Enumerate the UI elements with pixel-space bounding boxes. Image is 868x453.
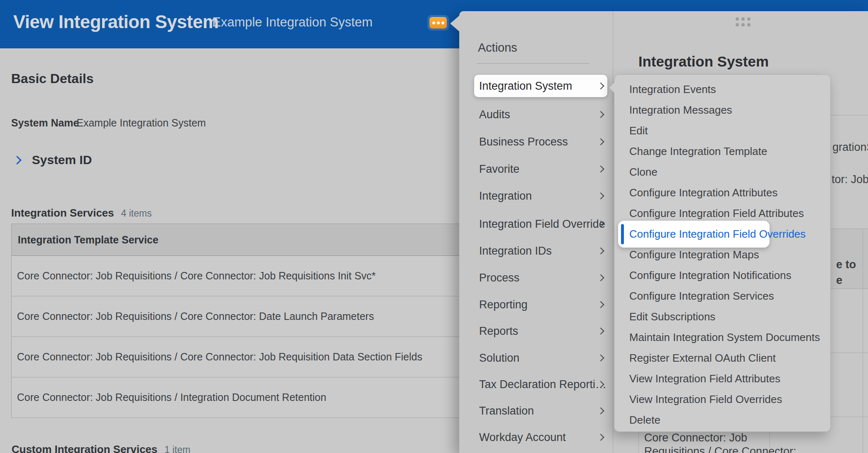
chevron-right-icon <box>597 408 604 415</box>
submenu-item-configure-integration-field-attributes[interactable]: Configure Integration Field Attributes <box>614 203 830 224</box>
table-row: Core Connector: Job Requisitions / Core … <box>12 296 459 337</box>
chevron-right-icon <box>597 274 604 281</box>
chevron-right-icon <box>597 193 604 200</box>
submenu-item-view-integration-field-overrides[interactable]: View Integration Field Overrides <box>614 389 830 410</box>
chevron-right-icon <box>597 83 604 90</box>
chevron-right-icon <box>597 301 604 308</box>
actions-menu-item-translation[interactable]: Translation <box>474 400 607 422</box>
integration-services-count: 4 items <box>121 208 152 219</box>
submenu-item-edit-subscriptions[interactable]: Edit Subscriptions <box>614 306 830 327</box>
submenu-item-edit[interactable]: Edit <box>614 120 830 141</box>
system-name-label: System Name <box>11 117 79 129</box>
submenu-item-configure-integration-field-overrides[interactable]: Configure Integration Field Overrides <box>614 224 830 244</box>
popup-callout-arrow <box>450 16 459 31</box>
chevron-right-icon <box>597 111 604 118</box>
submenu-item-delete[interactable]: Delete <box>614 410 830 430</box>
actions-menu-title: Actions <box>478 41 517 55</box>
submenu-item-configure-integration-services[interactable]: Configure Integration Services <box>614 286 830 306</box>
submenu-item-configure-integration-maps[interactable]: Configure Integration Maps <box>614 244 830 265</box>
table-column-header: Integration Template Service <box>12 224 459 256</box>
integration-system-submenu: Integration Events Integration Messages … <box>614 74 831 432</box>
actions-menu-item-integration-ids[interactable]: Integration IDs <box>474 240 607 262</box>
preview-table-gridline <box>863 229 863 453</box>
grip-dots-icon[interactable] <box>736 17 751 26</box>
submenu-item-configure-integration-attributes[interactable]: Configure Integration Attributes <box>614 182 830 203</box>
submenu-item-integration-messages[interactable]: Integration Messages <box>614 100 830 120</box>
table-row: Core Connector: Job Requisitions / Integ… <box>12 377 459 418</box>
chevron-right-icon <box>13 155 22 164</box>
submenu-item-clone[interactable]: Clone <box>614 162 830 182</box>
preview-panel-title: Integration System <box>638 53 769 70</box>
custom-integration-services-caption: Custom Integration Services 1 item <box>12 443 190 453</box>
preview-clipped-text: grationS <box>832 141 868 154</box>
chevron-right-icon <box>597 355 604 362</box>
preview-clipped-text: e to <box>836 258 856 271</box>
actions-menu-item-favorite[interactable]: Favorite <box>474 158 607 180</box>
submenu-item-change-integration-template[interactable]: Change Integration Template <box>614 141 830 162</box>
actions-menu-item-tax-declaration-reporting[interactable]: Tax Declaration Reporti… <box>474 373 607 396</box>
actions-menu-item-reporting[interactable]: Reporting <box>474 293 607 316</box>
chevron-right-icon <box>597 248 604 255</box>
actions-menu-item-integration-field-override[interactable]: Integration Field Override <box>474 213 607 235</box>
popup-column-divider <box>613 11 613 453</box>
actions-menu-item-audits[interactable]: Audits <box>474 103 607 126</box>
custom-integration-services-count: 1 item <box>165 444 191 453</box>
chevron-right-icon <box>597 166 604 173</box>
actions-menu-item-integration[interactable]: Integration <box>474 185 607 207</box>
preview-clipped-text: tor: Job <box>832 173 868 186</box>
submenu-item-view-integration-field-attributes[interactable]: View Integration Field Attributes <box>614 368 830 389</box>
table-row: Core Connector: Job Requisitions / Core … <box>12 337 459 377</box>
actions-menu-item-business-process[interactable]: Business Process <box>474 131 607 153</box>
preview-clipped-text: e <box>836 274 842 287</box>
system-id-section-toggle[interactable]: System ID <box>14 153 92 167</box>
chevron-right-icon <box>597 138 604 145</box>
submenu-item-maintain-integration-system-documents[interactable]: Maintain Integration System Documents <box>614 327 830 348</box>
actions-menu-item-integration-system[interactable]: Integration System <box>474 75 607 97</box>
integration-services-caption: Integration Services 4 items <box>11 207 152 219</box>
submenu-item-integration-events[interactable]: Integration Events <box>614 79 830 100</box>
chevron-right-icon <box>597 434 604 441</box>
custom-integration-services-title: Custom Integration Services <box>12 443 158 453</box>
table-row: Core Connector: Job Requisitions / Core … <box>12 256 459 296</box>
chevron-right-icon <box>597 328 604 335</box>
system-id-heading: System ID <box>32 153 92 167</box>
actions-menu-divider <box>477 63 590 64</box>
actions-menu-item-solution[interactable]: Solution <box>474 347 607 369</box>
submenu-item-configure-integration-notifications[interactable]: Configure Integration Notifications <box>614 265 830 286</box>
actions-menu-item-workday-account[interactable]: Workday Account <box>474 426 607 448</box>
integration-services-table: Integration Template Service Core Connec… <box>11 224 459 418</box>
preview-table-cell: Core Connector: Job Requisitions / Core … <box>644 431 796 453</box>
integration-services-title: Integration Services <box>11 207 114 219</box>
actions-menu-item-process[interactable]: Process <box>474 267 607 289</box>
section-heading-basic-details: Basic Details <box>11 71 94 86</box>
actions-menu-item-reports[interactable]: Reports <box>474 320 607 342</box>
system-name-value: Example Integration System <box>77 117 206 129</box>
submenu-item-register-external-oauth-client[interactable]: Register External OAuth Client <box>614 348 830 368</box>
